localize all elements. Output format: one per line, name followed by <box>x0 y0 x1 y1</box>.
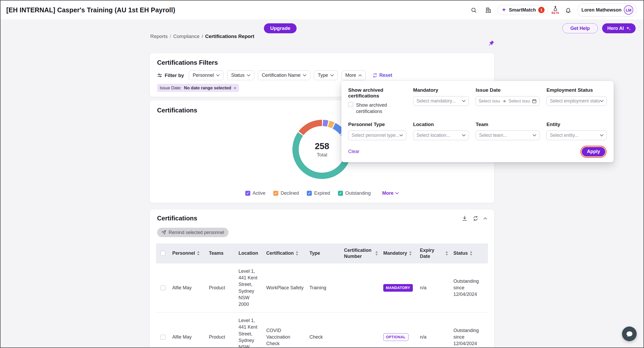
chevron-down-icon <box>330 74 334 77</box>
close-icon[interactable]: × <box>234 86 236 90</box>
team-select[interactable]: Select team... <box>476 130 540 140</box>
chevron-down-icon <box>247 74 250 77</box>
legend-item-outstanding[interactable]: Outstanding <box>338 191 371 196</box>
sliders-icon <box>157 73 162 78</box>
filter-type-dropdown[interactable]: Type <box>314 70 338 80</box>
search-button[interactable] <box>468 4 479 15</box>
refresh-icon <box>473 216 478 221</box>
employment-status-select[interactable]: Select employment statu <box>546 96 607 106</box>
chevron-down-icon <box>399 134 403 137</box>
issue-date-filter-field: Issue Date Select issu Select issu <box>476 87 540 115</box>
download-button[interactable] <box>462 215 468 221</box>
chat-launcher-button[interactable] <box>622 327 637 341</box>
smartmatch-button[interactable]: SmartMatch 1 <box>497 5 548 15</box>
refresh-icon <box>373 73 377 78</box>
sparkle-icon <box>501 7 507 13</box>
top-bar: [EH INTERNAL] Casper's Training (AU 1st … <box>1 1 643 19</box>
filter-status-dropdown[interactable]: Status <box>227 70 254 80</box>
breadcrumb-current: Certifications Report <box>202 34 254 39</box>
user-menu[interactable]: Loren Mathewson LM <box>578 3 637 17</box>
row-checkbox[interactable] <box>160 335 165 340</box>
sort-icon <box>445 251 448 255</box>
refresh-button[interactable] <box>473 216 478 221</box>
table-header-row: Personnel Teams Location Certification T… <box>156 243 488 263</box>
table-row: Alfie May Product Level 1, 441 Kent Stre… <box>156 313 488 348</box>
cell-mandatory: OPTIONAL <box>381 313 417 348</box>
download-icon <box>462 215 468 221</box>
optional-badge: OPTIONAL <box>383 333 408 341</box>
chevron-down-icon <box>462 134 465 137</box>
smartmatch-label: SmartMatch <box>509 7 536 13</box>
notifications-button[interactable] <box>563 4 574 15</box>
archived-filter-field: Show archived certifications Show archiv… <box>348 87 406 115</box>
legend-more-dropdown[interactable]: More <box>382 191 399 196</box>
table-card-title: Certifications <box>157 215 197 222</box>
column-header-status[interactable]: Status <box>451 243 488 263</box>
certifications-table-card: Certifications Remind selected personnel <box>150 209 494 348</box>
checkbox-checked-icon[interactable] <box>338 191 343 196</box>
column-header-teams: Teams <box>206 243 236 263</box>
filter-more-dropdown[interactable]: More <box>341 70 366 80</box>
legend-item-expired[interactable]: Expired <box>307 191 330 196</box>
smartmatch-badge: 1 <box>538 7 545 13</box>
legend-item-active[interactable]: Active <box>245 191 265 196</box>
row-checkbox[interactable] <box>160 285 165 290</box>
employment-status-filter-field: Employment Status Select employment stat… <box>546 87 607 115</box>
cell-expiry-date: n/a <box>417 313 451 348</box>
cell-mandatory: MANDATORY <box>381 263 417 313</box>
sort-icon <box>409 251 412 255</box>
donut-total-value: 258 <box>315 141 329 151</box>
beta-flask-icon <box>553 6 558 11</box>
column-header-expiry-date[interactable]: Expiry Date <box>417 243 451 263</box>
apply-filters-button[interactable]: Apply <box>582 147 605 156</box>
mandatory-select[interactable]: Select mandatory... <box>413 96 469 106</box>
chevron-up-icon <box>358 74 362 77</box>
cell-type: Training <box>307 263 341 313</box>
get-help-button[interactable]: Get Help <box>562 23 598 33</box>
chart-legend: Active Declined Expired Outstanding More <box>150 191 494 196</box>
collapse-button[interactable] <box>484 217 487 220</box>
cell-certification: COVID Vaccination Check <box>264 313 307 348</box>
show-archived-checkbox[interactable] <box>348 102 353 107</box>
upgrade-button[interactable]: Upgrade <box>264 23 297 33</box>
chevron-down-icon <box>216 74 220 77</box>
checkbox-checked-icon[interactable] <box>273 191 278 196</box>
hero-ai-button[interactable]: Hero AI <box>602 23 636 33</box>
calendar-icon <box>532 99 537 104</box>
cell-teams: Product <box>206 313 236 348</box>
clear-filters-button[interactable]: Clear <box>348 149 359 154</box>
breadcrumb-reports[interactable]: Reports <box>150 34 168 39</box>
entity-select[interactable]: Select entity... <box>546 130 607 140</box>
remind-selected-personnel-button[interactable]: Remind selected personnel <box>157 228 229 237</box>
beta-feature-button[interactable]: BETA <box>552 6 559 14</box>
column-header-mandatory[interactable]: Mandatory <box>381 243 417 263</box>
checkbox-checked-icon[interactable] <box>307 191 312 196</box>
column-header-personnel[interactable]: Personnel <box>170 243 206 263</box>
legend-item-declined[interactable]: Declined <box>273 191 299 196</box>
issue-date-range-input[interactable]: Select issu Select issu <box>476 96 540 106</box>
checkbox-checked-icon[interactable] <box>245 191 250 196</box>
column-header-certification[interactable]: Certification <box>264 243 307 263</box>
user-name: Loren Mathewson <box>581 7 621 13</box>
select-all-checkbox[interactable] <box>160 251 165 256</box>
location-select[interactable]: Select location... <box>413 130 469 140</box>
reset-filters-button[interactable]: Reset <box>373 73 392 78</box>
filter-certification-name-dropdown[interactable]: Certification Name <box>258 70 310 80</box>
send-icon <box>162 230 166 235</box>
arrow-right-icon <box>502 99 506 103</box>
pin-report-button[interactable] <box>488 40 495 47</box>
organisation-button[interactable] <box>483 4 494 15</box>
certifications-table: Personnel Teams Location Certification T… <box>156 243 488 348</box>
mandatory-badge: MANDATORY <box>383 284 413 292</box>
mandatory-filter-field: Mandatory Select mandatory... <box>413 87 469 115</box>
more-filters-panel: Show archived certifications Show archiv… <box>341 81 614 162</box>
cell-personnel: Alfie May <box>170 263 206 313</box>
filter-personnel-dropdown[interactable]: Personnel <box>189 70 224 80</box>
column-header-certification-number[interactable]: Certification Number <box>341 243 381 263</box>
chevron-down-icon <box>600 100 603 102</box>
sparkles-icon <box>626 26 631 31</box>
chevron-down-icon <box>395 192 399 194</box>
personnel-type-select[interactable]: Select personnel type... <box>348 130 406 140</box>
breadcrumb-compliance[interactable]: Compliance <box>170 34 200 39</box>
app-window: [EH INTERNAL] Casper's Training (AU 1st … <box>0 0 644 348</box>
